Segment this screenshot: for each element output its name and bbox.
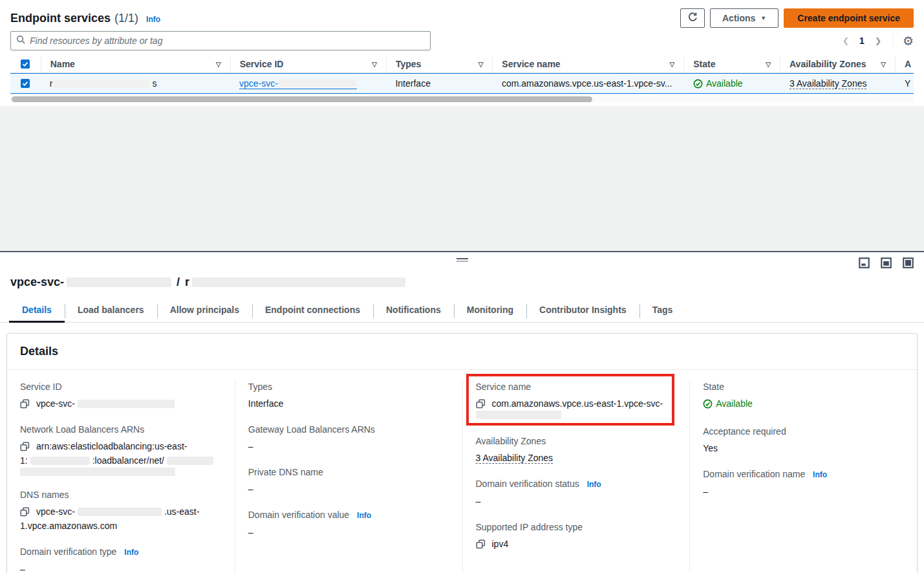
column-header-types[interactable]: Types (396, 59, 421, 69)
check-circle-icon (703, 399, 713, 409)
detail-split-panel: vpce-svc- / r Details Load balancers All… (0, 251, 924, 570)
actions-button[interactable]: Actions ▼ (710, 8, 779, 28)
column-header-service-name[interactable]: Service name (502, 59, 560, 69)
filter-icon[interactable]: ▽ (670, 61, 675, 68)
check-circle-icon (693, 79, 703, 89)
filter-icon[interactable]: ▽ (216, 61, 221, 68)
horizontal-scrollbar-thumb[interactable] (12, 96, 592, 102)
nlb-arn-line2-mid: :loadbalancer/net/ (92, 453, 164, 468)
column-header-service-id[interactable]: Service ID (240, 59, 284, 69)
actions-button-label: Actions (722, 13, 755, 23)
row-checkbox[interactable] (21, 79, 30, 88)
divider (893, 34, 894, 48)
panel-title-service-id-prefix: vpce-svc- (10, 276, 64, 289)
panel-title-name-prefix: r (185, 276, 189, 289)
field-label: State (703, 380, 904, 393)
info-link[interactable]: Info (813, 470, 827, 479)
info-link[interactable]: Info (146, 15, 160, 24)
field-label: Types (248, 380, 449, 393)
copy-icon[interactable] (20, 442, 30, 451)
copy-icon[interactable] (20, 399, 30, 409)
field-label: DNS names (20, 488, 222, 501)
details-card: Details Service ID vpce-svc- (6, 333, 918, 573)
field-acceptance-required: Acceptance required Yes (703, 425, 904, 455)
info-link[interactable]: Info (587, 480, 601, 489)
field-value: – (476, 494, 677, 508)
details-card-heading: Details (20, 345, 904, 358)
dns-name-suffix: .us-east- (164, 504, 199, 519)
row-name: r s (41, 74, 230, 93)
availability-zones-link[interactable]: 3 Availability Zones (476, 453, 553, 464)
tab-tags[interactable]: Tags (639, 298, 686, 322)
panel-title-separator: / (177, 276, 180, 289)
pagination-next-icon[interactable]: ❯ (872, 35, 884, 47)
column-header-state[interactable]: State (693, 59, 715, 69)
settings-gear-icon[interactable]: ⚙ (903, 35, 914, 47)
tab-monitoring[interactable]: Monitoring (454, 298, 526, 322)
filter-icon[interactable]: ▽ (372, 61, 377, 68)
details-column-1: Service ID vpce-svc- Network Load Balanc… (7, 380, 235, 573)
select-all-checkbox[interactable] (21, 59, 30, 69)
resource-count: (1/1) (114, 12, 138, 25)
row-availability-zones-link[interactable]: 3 Availability Zones (790, 78, 867, 89)
info-link[interactable]: Info (124, 548, 138, 557)
panel-drag-handle[interactable] (457, 258, 468, 262)
tab-details[interactable]: Details (9, 298, 65, 322)
field-state: State Available (703, 380, 904, 413)
redacted-text (278, 79, 357, 87)
field-value: Yes (703, 441, 904, 455)
field-value: – (248, 525, 449, 539)
column-header-availability-zones[interactable]: Availability Zones (790, 59, 866, 69)
nlb-arn-line2-prefix: 1: (20, 453, 28, 468)
copy-icon[interactable] (476, 539, 486, 549)
refresh-icon (687, 12, 698, 25)
endpoint-services-header-section: Endpoint services (1/1) Info Actions ▼ C… (0, 0, 924, 102)
pagination-current-page[interactable]: 1 (858, 36, 866, 46)
filter-icon[interactable]: ▽ (881, 61, 886, 68)
panel-position-half-icon[interactable] (881, 257, 892, 270)
redacted-text (476, 411, 561, 419)
field-label: Network Load Balancers ARNs (20, 423, 222, 436)
panel-position-bottom-icon[interactable] (859, 257, 870, 270)
service-id-value: vpce-svc- (36, 396, 75, 411)
column-header-acceptance: A (905, 59, 911, 69)
refresh-button[interactable] (680, 8, 705, 28)
redacted-text (167, 457, 213, 465)
field-label: Private DNS name (248, 466, 449, 479)
redacted-text (52, 80, 149, 88)
create-endpoint-service-button[interactable]: Create endpoint service (784, 8, 914, 28)
field-label: Service name (476, 380, 677, 393)
search-input[interactable] (30, 36, 425, 46)
tab-allow-principals[interactable]: Allow principals (157, 298, 252, 322)
field-supported-ip-address-type: Supported IP address type ipv4 (476, 521, 677, 551)
tab-notifications[interactable]: Notifications (373, 298, 454, 322)
row-types: Interface (386, 74, 492, 93)
endpoint-services-table: Name▽ Service ID▽ Types▽ Service name▽ S… (10, 56, 914, 102)
tab-endpoint-connections[interactable]: Endpoint connections (252, 298, 373, 322)
service-id-link[interactable]: vpce-svc- (239, 78, 357, 89)
field-types: Types Interface (248, 380, 449, 411)
page-title: Endpoint services (10, 12, 111, 25)
filter-icon[interactable]: ▽ (478, 61, 484, 68)
state-value: Available (716, 396, 753, 411)
filter-icon[interactable]: ▽ (766, 61, 771, 68)
panel-position-full-icon[interactable] (903, 257, 914, 270)
field-domain-verification-status: Domain verification status Info – (476, 477, 677, 508)
redacted-text (192, 277, 405, 287)
info-link[interactable]: Info (357, 511, 371, 520)
pagination-prev-icon[interactable]: ❮ (840, 35, 852, 47)
row-name-suffix: s (152, 78, 156, 89)
tab-contributor-insights[interactable]: Contributor Insights (526, 298, 639, 322)
field-label: Domain verification value (248, 510, 349, 520)
copy-icon[interactable] (20, 507, 30, 517)
tab-load-balancers[interactable]: Load balancers (65, 298, 157, 322)
field-value: – (20, 562, 222, 573)
row-acceptance: Y (896, 74, 914, 93)
table-header-row: Name▽ Service ID▽ Types▽ Service name▽ S… (10, 56, 914, 73)
field-service-id: Service ID vpce-svc- (20, 380, 222, 411)
column-header-name[interactable]: Name (50, 59, 75, 69)
table-row[interactable]: r s vpce-svc- Interface com.amazonaws.vp… (10, 73, 914, 94)
field-value: – (703, 484, 904, 499)
nlb-arn-line1: arn:aws:elasticloadbalancing:us-east- (36, 439, 187, 453)
copy-icon[interactable] (476, 399, 486, 409)
